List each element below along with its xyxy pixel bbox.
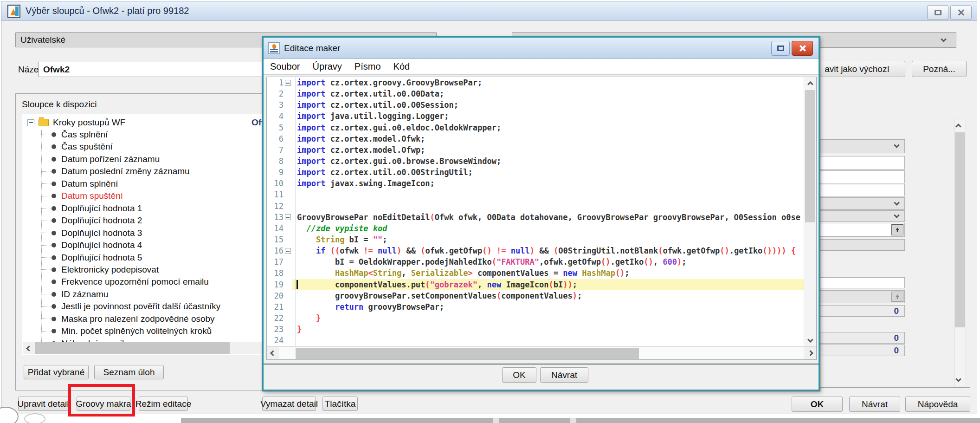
edit-mode-button[interactable]: Režim editace: [139, 397, 188, 411]
menu-kod[interactable]: Kód: [393, 61, 410, 72]
scroll-up-icon[interactable]: [804, 78, 816, 90]
add-selected-button[interactable]: Přidat vybrané: [24, 365, 89, 379]
tree-root-node[interactable]: Kroky postupů WF: [27, 117, 125, 129]
code-line[interactable]: 2import cz.ortex.util.o0.O0Data;: [267, 88, 804, 99]
tree-item[interactable]: Doplňující hodnota 3: [41, 227, 142, 239]
line-number: 24: [267, 336, 284, 345]
code-line[interactable]: 13GroovyBrowsePar noEditDetail(Ofwk ofwk…: [267, 212, 804, 223]
close-button[interactable]: [950, 5, 972, 20]
tree-item[interactable]: Maska pro nalezení zodpovědné osoby: [41, 313, 215, 325]
code-line[interactable]: 1import cz.ortex.groovy.GroovyBrowsePar;: [267, 77, 804, 88]
dialog-maximize-button[interactable]: [771, 41, 790, 56]
code-line[interactable]: 4import java.util.logging.Logger;: [267, 111, 804, 122]
line-number: 14: [267, 224, 284, 233]
scroll-up-icon[interactable]: [956, 122, 961, 130]
dialog-titlebar[interactable]: Editace maker: [264, 38, 819, 59]
code-line[interactable]: 10import javax.swing.ImageIcon;: [267, 178, 804, 189]
menu-upravy[interactable]: Úpravy: [313, 61, 342, 72]
tree-item[interactable]: Datum spuštění: [41, 190, 123, 202]
tree-item[interactable]: Čas spuštění: [41, 141, 113, 153]
maximize-button[interactable]: [927, 5, 948, 20]
scroll-right-icon[interactable]: [804, 347, 816, 359]
dialog-back-button[interactable]: Návrat: [540, 367, 588, 383]
code-line[interactable]: 23}: [267, 324, 804, 335]
menu-pismo[interactable]: Písmo: [355, 61, 381, 72]
code-text: }: [292, 324, 804, 335]
fold-collapse-icon[interactable]: [285, 248, 291, 254]
code-text: //zde vypiste kod: [292, 223, 804, 234]
code-line[interactable]: 14 //zde vypiste kod: [267, 223, 804, 234]
clear-detail-button[interactable]: Vymazat detail: [262, 397, 316, 411]
main-titlebar[interactable]: Výběr sloupců - Ofwk2 - platí pro 99182: [1, 1, 977, 21]
groovy-macros-button[interactable]: Groovy makra: [77, 397, 130, 411]
editor-hscrollbar-thumb[interactable]: [296, 348, 639, 359]
tree-item[interactable]: Doplňující hodnota 2: [41, 215, 142, 227]
maximize-icon: [935, 10, 941, 15]
tree-item[interactable]: Frekvence upozornění pomocí emailu: [41, 276, 209, 288]
scroll-left-icon[interactable]: [23, 342, 35, 354]
code-line[interactable]: 3import cz.ortex.util.o0.O0Session;: [267, 99, 804, 111]
cursor-artifact: [24, 413, 45, 423]
line-number: 7: [267, 145, 284, 155]
code-text: import java.util.logging.Logger;: [292, 111, 804, 122]
menu-soubor[interactable]: Soubor: [270, 61, 300, 72]
tree-item[interactable]: Min. počet splněných volitelných kroků: [41, 325, 212, 337]
set-default-button[interactable]: avit jako výchozí: [809, 61, 905, 77]
code-line[interactable]: 6import cz.ortex.model.Ofwk;: [267, 133, 804, 144]
edit-detail-button[interactable]: Upravit detail: [18, 397, 68, 411]
code-editor[interactable]: 1import cz.ortex.groovy.GroovyBrowsePar;…: [266, 77, 817, 360]
tree-item[interactable]: Elektronicky podepisovat: [41, 264, 159, 276]
buttons-button[interactable]: Tlačítka: [322, 397, 358, 411]
code-line[interactable]: 17 bI = OeldokWrapper.podejNahledIko("FA…: [267, 256, 804, 267]
code-line[interactable]: 15 String bI = "";: [267, 234, 804, 245]
collapse-icon[interactable]: [27, 119, 34, 126]
code-line[interactable]: 8import cz.ortex.gui.o0.browse.BrowseWin…: [267, 156, 804, 167]
line-number: 8: [267, 156, 284, 166]
tree-item[interactable]: Doplňující hodnota 5: [41, 252, 142, 264]
tree-item[interactable]: Datum splnění: [41, 178, 118, 190]
tree-item[interactable]: Čas splnění: [41, 129, 108, 141]
tree-item[interactable]: Doplňující hodnota 4: [41, 239, 142, 251]
editor-vscrollbar-thumb[interactable]: [805, 90, 815, 222]
editor-vertical-scrollbar[interactable]: [804, 77, 816, 346]
line-number: 18: [267, 268, 284, 278]
code-text: [292, 189, 804, 200]
scroll-left-icon[interactable]: [267, 347, 279, 359]
code-line[interactable]: 7import cz.ortex.model.Ofwp;: [267, 144, 804, 156]
scroll-down-icon[interactable]: [804, 333, 816, 345]
code-line[interactable]: 21 return groovyBrowsePar;: [267, 301, 804, 312]
ok-button[interactable]: OK: [792, 397, 843, 412]
editor-horizontal-scrollbar[interactable]: [267, 346, 816, 359]
code-line[interactable]: 19 componentValues.put("gobrazek", new I…: [267, 279, 804, 290]
back-button[interactable]: Návrat: [849, 397, 900, 412]
panel-vertical-scrollbar[interactable]: [954, 119, 966, 386]
code-line[interactable]: 12: [267, 201, 804, 212]
task-list-button[interactable]: Seznam úloh: [94, 365, 164, 379]
code-line[interactable]: 11: [267, 189, 804, 200]
tree-item[interactable]: Jestli je povinnost pověřit další účastn…: [41, 300, 220, 312]
fold-collapse-icon[interactable]: [285, 214, 291, 220]
panel-scrollbar-thumb[interactable]: [955, 132, 965, 327]
bullet-icon: [52, 317, 56, 321]
note-button[interactable]: Pozná...: [912, 61, 967, 77]
dialog-close-button[interactable]: [792, 41, 813, 56]
picker-button[interactable]: [891, 224, 903, 235]
code-line[interactable]: 24: [267, 335, 804, 346]
scroll-down-icon[interactable]: [956, 375, 961, 383]
code-line[interactable]: 9import cz.ortex.util.o0.O0StringUtil;: [267, 167, 804, 178]
tree-connector: [41, 319, 51, 319]
dialog-ok-button[interactable]: OK: [502, 367, 536, 383]
code-line[interactable]: 20 groovyBrowsePar.setComponentValues(co…: [267, 290, 804, 301]
help-button[interactable]: Nápověda: [905, 397, 970, 412]
fold-collapse-icon[interactable]: [285, 80, 291, 86]
code-line[interactable]: 18 HashMap<String, Serializable> compone…: [267, 267, 804, 279]
code-line[interactable]: 5import cz.ortex.gui.o0.eldoc.OeldokWrap…: [267, 122, 804, 133]
tree-item-label: Maska pro nalezení zodpovědné osoby: [61, 314, 215, 324]
tree-item[interactable]: Datum pořízení záznamu: [41, 153, 160, 165]
tree-item[interactable]: ID záznamu: [41, 288, 108, 300]
code-line[interactable]: 16 if ((ofwk != null) && (ofwk.getOfwp()…: [267, 245, 804, 256]
code-line[interactable]: 22 }: [267, 312, 804, 324]
tree-scrollbar-thumb[interactable]: [35, 342, 230, 354]
tree-item[interactable]: Datum poslední změny záznamu: [41, 165, 190, 177]
tree-item[interactable]: Doplňující hodnota 1: [41, 202, 142, 215]
